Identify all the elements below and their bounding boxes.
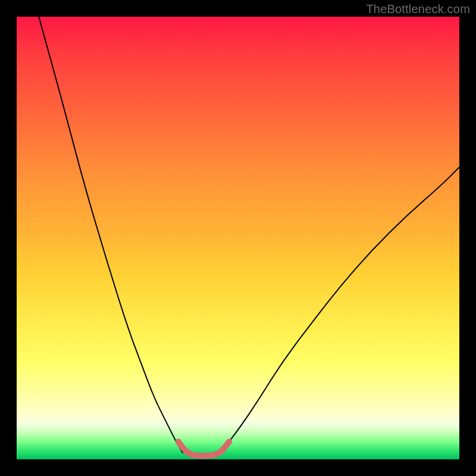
series-layer xyxy=(39,17,459,456)
chart-frame: TheBottleneck.com xyxy=(0,0,476,476)
series-right-curve xyxy=(220,167,459,453)
chart-svg xyxy=(17,17,459,459)
series-bottom-pink-segment xyxy=(178,441,230,456)
watermark-text: TheBottleneck.com xyxy=(366,2,470,16)
plot-area xyxy=(17,17,459,459)
series-left-curve xyxy=(39,17,183,453)
